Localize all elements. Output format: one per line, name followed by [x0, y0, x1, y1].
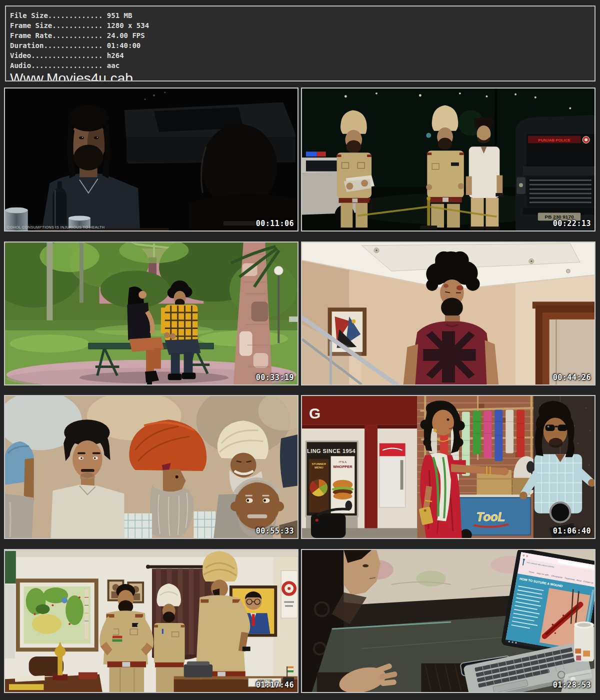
cart-label-text: TooL [476, 510, 505, 524]
screenshot-police-office: INSPECTOR TAJINDER SINGH [4, 549, 298, 693]
timestamp-overlay: 00:22:13 [553, 219, 591, 228]
store-sign-text: LING SINCE 1954 [307, 448, 356, 454]
fascia-letter: G [309, 405, 320, 422]
screenshot-night-police: PUNJAB POLICE PB 230 9170 [301, 88, 596, 232]
svg-text:STUNNER: STUNNER [312, 462, 326, 466]
info-line-file-size: File Size............. 951 MB [10, 10, 594, 20]
screenshot-park-bench: 00:33:19 [4, 242, 298, 386]
page-root: File Size............. 951 MB Frame Size… [0, 0, 600, 700]
timestamp-overlay: 01:06:40 [553, 526, 591, 536]
timestamp-overlay: 00:55:33 [256, 526, 294, 536]
site-watermark: Www.Movies4u.cab [10, 71, 594, 82]
svg-text:MENU: MENU [314, 466, 323, 469]
screenshot-market: G LING SINCE 1954 STUNNER MENU IT'S A [301, 395, 596, 539]
timestamp-overlay: 00:11:06 [256, 219, 294, 228]
timestamp-overlay: 01:17:46 [256, 680, 294, 690]
info-line-video: Video................. h264 [10, 50, 594, 60]
cola-cooler [380, 444, 406, 508]
info-line-audio: Audio................. aac [10, 60, 594, 70]
timestamp-overlay: 00:33:19 [256, 373, 294, 382]
wooden-door [532, 302, 594, 384]
police-suv: PUNJAB POLICE PB 230 9170 [516, 115, 594, 230]
timestamp-overlay: 00:44:26 [553, 373, 591, 382]
stunner-menu-poster: STUNNER MENU [309, 459, 329, 512]
screenshot-staircase: 00:44:26 [301, 242, 596, 386]
info-line-frame-rate: Frame Rate............ 24.00 FPS [10, 30, 594, 40]
screenshot-night-drink: COHOL CONSUMPTIONS IS INJURIOUS TO HEALT… [4, 88, 298, 232]
officer-center-white-turban [154, 584, 185, 692]
alcohol-warning-text: COHOL CONSUMPTIONS IS INJURIOUS TO HEALT… [7, 225, 104, 230]
info-line-duration: Duration.............. 01:40:00 [10, 40, 594, 50]
screenshot-laptop: THE LONDON WELLNESS CENTRE Home Help me … [301, 549, 596, 693]
info-line-frame-size: Frame Size............ 1280 x 534 [10, 20, 594, 30]
union-jack-print [423, 332, 476, 383]
paper-cup [574, 622, 594, 662]
timestamp-overlay: 01:28:53 [553, 680, 591, 690]
punjab-police-banner-text: PUNJAB POLICE [538, 138, 570, 142]
district-map [16, 578, 98, 652]
file-info-panel: File Size............. 951 MB Frame Size… [5, 6, 596, 82]
navy-turban-partial [280, 434, 298, 488]
police-emblem-poster [281, 570, 298, 618]
thin-tree-trunk [46, 242, 52, 328]
svg-text:WHOPPER: WHOPPER [333, 464, 352, 469]
screenshot-crowd: 00:55:33 [4, 395, 298, 539]
notice-board [5, 551, 16, 584]
svg-text:IT'S A: IT'S A [339, 460, 347, 464]
